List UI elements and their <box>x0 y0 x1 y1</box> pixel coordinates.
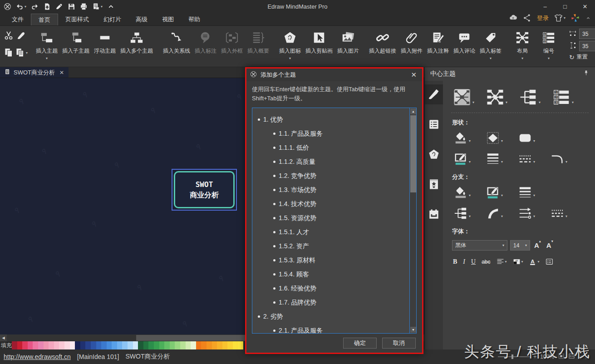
text-options-button[interactable] <box>546 258 553 266</box>
topic-item-6[interactable]: 1.3. 市场优势 <box>252 183 416 197</box>
color-swatch-32[interactable] <box>175 341 180 349</box>
share-icon[interactable] <box>523 14 531 22</box>
corner-style-button[interactable]: ▾ <box>551 152 567 166</box>
topic-item-12[interactable]: 1.5.4. 顾客 <box>252 267 416 281</box>
increase-font-button[interactable]: A▴ <box>533 241 542 249</box>
topic-item-7[interactable]: 1.4. 技术优势 <box>252 197 416 211</box>
horizontal-spacing-input[interactable]: 35▲▼ <box>579 29 595 39</box>
list-scroll-thumb[interactable] <box>410 115 416 192</box>
border-pen-button[interactable]: ▾ <box>486 186 503 199</box>
insert-topic-button[interactable]: 插入主题▾ <box>34 28 60 61</box>
color-swatch-1[interactable] <box>12 341 17 349</box>
list-scrollbar[interactable]: ▲ ▼ <box>409 108 416 333</box>
branch-curve-button[interactable]: ▾ <box>486 207 503 220</box>
strikethrough-button[interactable]: abc <box>482 259 490 265</box>
fill-bucket-button[interactable]: ▾ <box>454 186 471 199</box>
color-swatch-24[interactable] <box>133 341 138 349</box>
highlight-button[interactable]: ab▾ <box>513 258 523 266</box>
insert-clipart-button[interactable]: 插入剪贴画 <box>303 28 335 61</box>
reset-button[interactable]: ↻重置 <box>569 53 595 61</box>
color-swatch-38[interactable] <box>207 341 212 349</box>
color-swatch-41[interactable] <box>222 341 228 349</box>
document-tab[interactable]: SWOT商业分析 ✕ <box>0 67 69 78</box>
color-swatch-43[interactable] <box>233 341 238 349</box>
menu-item-2[interactable]: 首页 <box>31 14 58 25</box>
ok-button[interactable]: 确定 <box>343 338 377 349</box>
insert-hyperlink-button[interactable]: 插入超链接 <box>367 28 398 61</box>
color-swatch-30[interactable] <box>164 341 170 349</box>
color-swatch-5[interactable] <box>33 341 38 349</box>
floating-topic-button[interactable]: 浮动主题 <box>92 28 118 61</box>
shape-rounded-button[interactable]: ▾ <box>518 131 535 145</box>
topic-item-10[interactable]: 1.5.2. 资产 <box>252 239 416 253</box>
topic-item-2[interactable]: 1.1. 产品及服务 <box>252 127 416 141</box>
numbering-button[interactable]: 123编号▾ <box>536 28 562 61</box>
menu-item-7[interactable]: 帮助 <box>181 14 207 25</box>
color-swatch-23[interactable] <box>128 341 133 349</box>
align-button[interactable]: ▾ <box>497 258 507 266</box>
cancel-button[interactable]: 取消 <box>382 338 416 349</box>
color-swatch-34[interactable] <box>186 341 191 349</box>
color-swatch-19[interactable] <box>107 341 112 349</box>
panel-tab-task-pane[interactable] <box>425 174 443 194</box>
color-swatch-37[interactable] <box>201 341 207 349</box>
font-size-select[interactable]: 14 ▾ <box>510 240 530 251</box>
border-pen-button[interactable]: ▾ <box>454 152 471 166</box>
dialog-close-icon[interactable]: ✕ <box>409 71 418 79</box>
topic-item-9[interactable]: 1.5.1. 人才 <box>252 225 416 239</box>
scroll-up-arrow[interactable]: ▲ <box>410 108 416 114</box>
menu-item-5[interactable]: 高级 <box>128 14 155 25</box>
color-swatch-3[interactable] <box>22 341 28 349</box>
tree-structure-button[interactable]: ▾ <box>519 88 541 106</box>
color-swatch-11[interactable] <box>64 341 70 349</box>
topic-item-15[interactable]: 2. 劣势 <box>252 310 416 324</box>
insert-subtopic-button[interactable]: 插入子主题 <box>60 28 92 61</box>
central-topic-node[interactable]: SWOT 商业分析 <box>174 171 235 208</box>
color-swatch-8[interactable] <box>49 341 54 349</box>
mindmap-style-button[interactable]: ▾ <box>453 88 474 106</box>
panel-tab-brush-tool[interactable] <box>425 84 443 104</box>
scroll-left-arrow[interactable]: ◀ <box>0 334 7 341</box>
tree-structure-button[interactable]: ▾ <box>454 207 471 220</box>
copy-button[interactable] <box>4 48 14 58</box>
shape-diamond-button[interactable]: ▾ <box>486 131 503 145</box>
arrow-style-button[interactable]: ▾ <box>518 207 535 220</box>
topic-item-1[interactable]: 1. 优势 <box>252 113 416 127</box>
bold-button[interactable]: B <box>453 258 457 266</box>
cut-button[interactable] <box>4 30 14 40</box>
color-swatch-18[interactable] <box>101 341 107 349</box>
color-swatch-25[interactable] <box>138 341 143 349</box>
pin-icon[interactable] <box>583 70 590 78</box>
topic-item-5[interactable]: 1.2. 竞争优势 <box>252 169 416 183</box>
color-swatch-4[interactable] <box>28 341 33 349</box>
topic-item-11[interactable]: 1.5.3. 原材料 <box>252 253 416 267</box>
font-family-select[interactable]: 黑体 ▾ <box>452 240 507 251</box>
tab-close-icon[interactable]: ✕ <box>59 69 64 76</box>
topic-item-3[interactable]: 1.1.1. 低价 <box>252 141 416 155</box>
color-swatch-13[interactable] <box>75 341 80 349</box>
layoutx-button[interactable]: ▾ <box>486 88 507 106</box>
close-button[interactable]: ✕ <box>575 0 595 13</box>
color-swatch-31[interactable] <box>170 341 175 349</box>
topic-item-4[interactable]: 1.1.2. 高质量 <box>252 155 416 169</box>
topic-item-14[interactable]: 1.7. 品牌优势 <box>252 295 416 310</box>
panel-tab-clipart-pane[interactable] <box>425 144 443 164</box>
topics-list-box[interactable]: 1. 优势1.1. 产品及服务1.1.1. 低价1.1.2. 高质量1.2. 竞… <box>252 108 417 334</box>
insert-icon-button[interactable]: 插入图标▾ <box>277 28 303 61</box>
color-swatch-27[interactable] <box>148 341 154 349</box>
website-link[interactable]: http://www.edrawsoft.cn <box>4 353 71 360</box>
color-swatch-26[interactable] <box>143 341 149 349</box>
font-color-button[interactable]: A▾ <box>529 258 540 266</box>
panel-tab-history-pane[interactable] <box>425 204 443 224</box>
color-swatch-35[interactable] <box>191 341 196 349</box>
color-swatch-29[interactable] <box>159 341 165 349</box>
decrease-font-button[interactable]: A▾ <box>545 241 555 249</box>
color-swatch-6[interactable] <box>38 341 44 349</box>
color-swatch-33[interactable] <box>180 341 186 349</box>
fill-bucket-button[interactable]: ▾ <box>454 131 471 145</box>
color-swatch-17[interactable] <box>96 341 102 349</box>
format-painter-button[interactable] <box>16 30 26 40</box>
menu-item-1[interactable]: 文件 <box>5 14 31 25</box>
color-swatch-20[interactable] <box>112 341 117 349</box>
dash-style-button[interactable]: ▾ <box>518 152 535 166</box>
